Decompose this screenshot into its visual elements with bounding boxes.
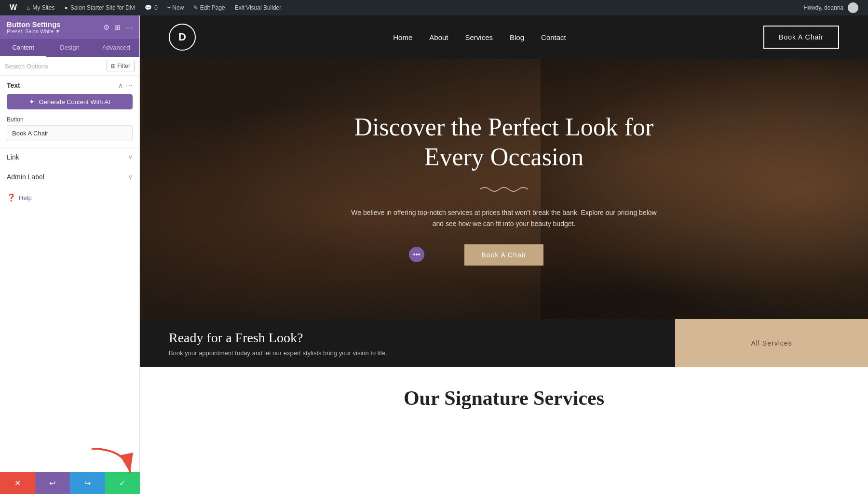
all-services-button[interactable]: All Services xyxy=(751,339,792,347)
salon-site-menu[interactable]: ● Salon Starter Site for Divi xyxy=(59,0,140,15)
howdy-text: Howdy, deanna xyxy=(804,4,844,11)
content-area: D Home About Services Blog xyxy=(140,15,868,494)
search-bar: ⊞ Filter xyxy=(0,57,139,76)
tab-content[interactable]: Content xyxy=(0,39,46,57)
text-section-title: Text xyxy=(7,81,20,89)
nav-blog[interactable]: Blog xyxy=(510,33,524,41)
link-section-title: Link xyxy=(7,153,19,161)
below-hero-text: Book your appointment today and let our … xyxy=(169,349,646,357)
cancel-button[interactable]: ✕ xyxy=(0,472,35,494)
sidebar-tabs: Content Design Advanced xyxy=(0,39,139,57)
hero-wave-decoration xyxy=(345,182,663,198)
search-input[interactable] xyxy=(5,63,104,70)
sidebar: Button Settings Preset: Salon White ▼ ⚙ … xyxy=(0,15,140,494)
grid-icon[interactable]: ⊞ xyxy=(114,23,121,32)
undo-button[interactable]: ↩ xyxy=(35,472,70,494)
filter-button[interactable]: ⊞ Filter xyxy=(107,61,135,71)
below-hero-heading: Ready for a Fresh Look? xyxy=(169,330,646,346)
exit-label: Exit Visual Builder xyxy=(235,4,282,11)
nav-book-button[interactable]: Book A Chair xyxy=(763,26,839,49)
salon-label: Salon Starter Site for Divi xyxy=(70,4,136,11)
settings-icon[interactable]: ⚙ xyxy=(103,23,109,32)
dot-menu-icon: ••• xyxy=(413,251,420,258)
sidebar-header-icons: ⚙ ⊞ ⋯ xyxy=(103,23,133,32)
redo-button[interactable]: ↪ xyxy=(70,472,105,494)
signature-title: Our Signature Services xyxy=(169,387,839,410)
hero-content: Discover the Perfect Look for Every Occa… xyxy=(335,112,673,266)
main-layout: Button Settings Preset: Salon White ▼ ⚙ … xyxy=(0,15,868,494)
wp-logo[interactable]: W xyxy=(5,0,22,15)
site-logo: D xyxy=(169,24,196,51)
sidebar-title: Button Settings xyxy=(7,20,61,28)
button-text-input[interactable] xyxy=(7,125,133,141)
nav-home[interactable]: Home xyxy=(393,33,412,41)
text-section: Text ∧ ⋯ ✦ Generate Content With AI Butt… xyxy=(0,76,139,147)
save-icon: ✓ xyxy=(119,479,125,488)
comments-icon: 💬 xyxy=(145,4,152,11)
button-field-label: Button xyxy=(7,116,133,123)
nav-contact[interactable]: Contact xyxy=(541,33,566,41)
salon-icon: ● xyxy=(64,4,68,11)
cancel-icon: ✕ xyxy=(14,479,21,488)
link-section[interactable]: Link ∨ xyxy=(0,147,139,167)
nav-services[interactable]: Services xyxy=(465,33,493,41)
new-label: + New xyxy=(167,4,184,11)
tab-advanced[interactable]: Advanced xyxy=(93,39,139,57)
sidebar-bottom-bar: ✕ ↩ ↪ ✓ xyxy=(0,472,140,494)
hero-cta-button[interactable]: Book A Chair xyxy=(464,244,544,266)
help-label: Help xyxy=(19,194,32,201)
hero-title: Discover the Perfect Look for Every Occa… xyxy=(345,112,663,173)
ai-button-label: Generate Content With AI xyxy=(39,98,110,106)
collapse-icon[interactable]: ∧ xyxy=(118,81,123,89)
ai-icon: ✦ xyxy=(29,98,35,106)
hero-section: Discover the Perfect Look for Every Occa… xyxy=(140,59,868,319)
my-sites-label: My Sites xyxy=(32,4,54,11)
text-section-header: Text ∧ ⋯ xyxy=(7,81,133,89)
admin-chevron-icon: ∨ xyxy=(128,174,133,180)
tab-design[interactable]: Design xyxy=(46,39,93,57)
my-sites-menu[interactable]: ⌂ My Sites xyxy=(22,0,59,15)
generate-ai-button[interactable]: ✦ Generate Content With AI xyxy=(7,94,133,109)
howdy-menu[interactable]: Howdy, deanna xyxy=(799,0,864,15)
hero-description: We believe in offering top-notch service… xyxy=(345,207,663,230)
below-hero-left: Ready for a Fresh Look? Book your appoin… xyxy=(140,319,675,367)
below-hero-section: Ready for a Fresh Look? Book your appoin… xyxy=(140,319,868,367)
comments-menu[interactable]: 💬 0 xyxy=(140,0,163,15)
admin-bar-right: Howdy, deanna xyxy=(799,0,864,15)
comments-count: 0 xyxy=(154,4,158,11)
site-nav: D Home About Services Blog xyxy=(140,15,868,59)
help-section[interactable]: ❓ Help xyxy=(0,187,139,209)
below-hero-right: All Services xyxy=(675,319,868,367)
sidebar-header-info: Button Settings Preset: Salon White ▼ xyxy=(7,20,61,34)
save-button[interactable]: ✓ xyxy=(105,472,140,494)
filter-label: ⊞ Filter xyxy=(111,63,130,69)
new-menu[interactable]: + New xyxy=(163,0,189,15)
wp-admin-bar: W ⌂ My Sites ● Salon Starter Site for Di… xyxy=(0,0,868,15)
sidebar-header: Button Settings Preset: Salon White ▼ ⚙ … xyxy=(0,15,139,39)
link-chevron-icon: ∨ xyxy=(128,154,133,160)
website-preview: D Home About Services Blog xyxy=(140,15,868,419)
sidebar-preset: Preset: Salon White ▼ xyxy=(7,28,61,34)
undo-icon: ↩ xyxy=(49,479,55,488)
signature-section: Our Signature Services xyxy=(140,367,868,419)
site-menu: Home About Services Blog Contact xyxy=(393,33,566,41)
section-more-icon[interactable]: ⋯ xyxy=(126,81,133,89)
my-sites-icon: ⌂ xyxy=(27,4,30,11)
edit-page-btn[interactable]: ✎ Edit Page xyxy=(189,0,230,15)
exit-builder-btn[interactable]: Exit Visual Builder xyxy=(230,0,286,15)
help-icon: ❓ xyxy=(7,193,16,202)
more-icon[interactable]: ⋯ xyxy=(125,23,133,32)
edit-label: ✎ Edit Page xyxy=(193,4,225,11)
redo-icon: ↪ xyxy=(84,479,91,488)
text-section-actions: ∧ ⋯ xyxy=(118,81,133,89)
nav-about[interactable]: About xyxy=(429,33,448,41)
admin-label-section[interactable]: Admin Label ∨ xyxy=(0,167,139,187)
admin-label-title: Admin Label xyxy=(7,173,44,181)
purple-dot-menu[interactable]: ••• xyxy=(409,247,424,262)
